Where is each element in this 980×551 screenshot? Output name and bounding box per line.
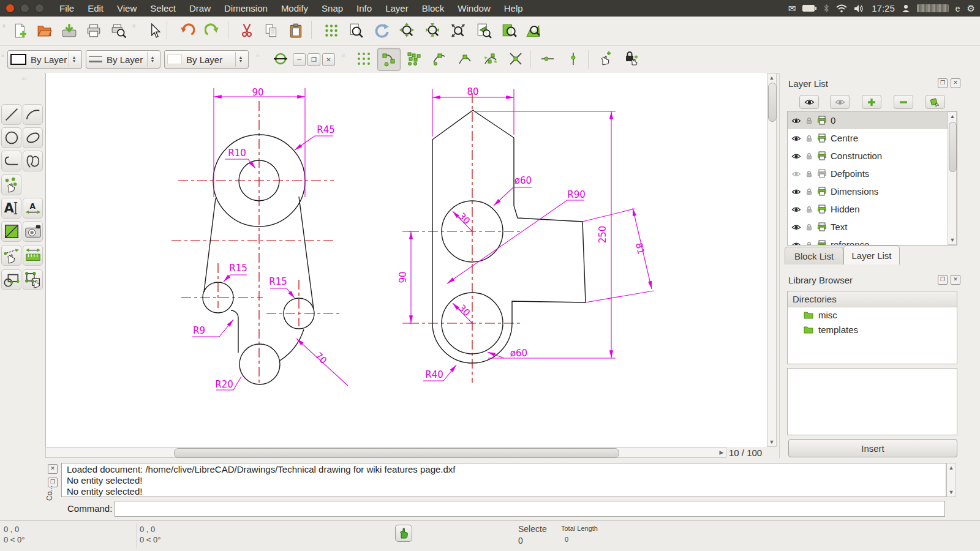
color-select[interactable]: By Layer ▲▼ xyxy=(7,50,82,69)
circle-tool-button[interactable] xyxy=(1,127,21,148)
printer-icon[interactable] xyxy=(817,116,827,125)
line-tool-button[interactable] xyxy=(1,104,21,125)
library-items-box[interactable] xyxy=(787,368,957,435)
scroll-thumb[interactable] xyxy=(949,122,957,172)
layer-list-scrollbar[interactable]: ▲ ▼ xyxy=(948,111,957,245)
window-close-button[interactable] xyxy=(6,4,15,13)
canvas-hscrollbar[interactable]: ▶ xyxy=(45,447,726,458)
envelope-icon[interactable]: ✉ xyxy=(788,3,796,14)
snap-hand-button[interactable] xyxy=(395,525,412,542)
layer-row[interactable]: Centre xyxy=(788,129,957,147)
layer-row[interactable]: Construction xyxy=(788,147,957,165)
vscroll-down-arrow[interactable]: ▼ xyxy=(767,438,776,446)
snap-middle-button[interactable] xyxy=(454,48,476,70)
select-pointer-button[interactable] xyxy=(142,19,165,42)
menu-block[interactable]: Block xyxy=(415,0,451,17)
zoom-out-button[interactable] xyxy=(421,19,444,42)
command-dock-close-button[interactable]: ✕ xyxy=(48,464,58,474)
toolbar-grip[interactable]: ⁞⁞ xyxy=(2,25,7,36)
layer-row[interactable]: Hidden xyxy=(788,200,957,218)
canvas-vscrollbar[interactable]: ▲ ▼ xyxy=(767,73,777,447)
circle-line-button[interactable] xyxy=(270,48,292,70)
hatch-tool-button[interactable] xyxy=(1,221,21,242)
directory-item-misc[interactable]: misc xyxy=(788,307,957,322)
new-document-button[interactable] xyxy=(9,19,32,42)
clock-label[interactable]: 17:25 xyxy=(872,3,895,13)
battery-icon[interactable] xyxy=(802,5,816,12)
dimension-tool-button[interactable]: A xyxy=(23,198,43,219)
snap-center-button[interactable] xyxy=(429,48,451,70)
snap-grid-button[interactable] xyxy=(353,48,375,70)
zoom-page-button[interactable] xyxy=(344,19,368,42)
menu-dimension[interactable]: Dimension xyxy=(217,0,274,17)
show-all-layers-button[interactable] xyxy=(799,95,819,109)
menu-modify[interactable]: Modify xyxy=(274,0,315,17)
arc-tool-button[interactable] xyxy=(23,104,43,125)
select-tool-button[interactable] xyxy=(23,269,43,290)
layer-panel-float-button[interactable]: ❐ xyxy=(938,78,948,88)
toolbar-grip[interactable]: ⁞⁞ xyxy=(1,54,6,65)
modify-tool-button[interactable] xyxy=(1,269,21,290)
command-history[interactable]: Loaded document: /home/clive/LibreCAD/Dr… xyxy=(61,463,946,497)
eye-off-icon[interactable] xyxy=(791,170,801,178)
lock-icon[interactable] xyxy=(805,152,813,160)
vscroll-thumb[interactable] xyxy=(768,83,777,122)
layer-row[interactable]: 0 xyxy=(788,111,957,129)
save-button[interactable] xyxy=(58,19,81,42)
measure-tool-button[interactable] xyxy=(23,245,43,266)
eye-icon[interactable] xyxy=(791,187,801,196)
hscroll-thumb[interactable] xyxy=(174,448,619,458)
points-tool-button[interactable] xyxy=(1,174,21,195)
directories-header[interactable]: Directories xyxy=(788,291,957,307)
menu-help[interactable]: Help xyxy=(497,0,530,17)
zoom-window-button[interactable] xyxy=(497,19,521,42)
layer-row[interactable]: reference xyxy=(788,236,957,246)
zoom-auto-button[interactable] xyxy=(447,19,470,42)
eye-icon[interactable] xyxy=(791,241,801,246)
tab-layer-list[interactable]: Layer List xyxy=(843,246,900,264)
spline-tool-button[interactable] xyxy=(23,151,43,171)
hscroll-right-arrow[interactable]: ▶ xyxy=(717,448,726,457)
printer-icon[interactable] xyxy=(817,204,827,214)
toolbar-grip[interactable]: ⁞⁞ xyxy=(256,54,261,65)
directory-item-templates[interactable]: templates xyxy=(788,322,957,337)
layer-row[interactable]: Text xyxy=(788,218,957,236)
menu-edit[interactable]: Edit xyxy=(81,0,110,17)
redo-button[interactable] xyxy=(201,19,224,42)
scroll-down-arrow[interactable]: ▼ xyxy=(947,488,956,497)
lock-icon[interactable] xyxy=(805,241,813,246)
printer-off-icon[interactable] xyxy=(817,169,827,178)
insert-button[interactable]: Insert xyxy=(788,439,957,457)
redraw-button[interactable] xyxy=(370,19,393,42)
gear-icon[interactable]: ⚙ xyxy=(967,3,975,14)
set-relative-zero-button[interactable] xyxy=(594,48,616,70)
printer-icon[interactable] xyxy=(817,240,827,246)
printer-icon[interactable] xyxy=(817,151,827,160)
lock-icon[interactable] xyxy=(805,187,813,196)
mdi-close-button[interactable]: ✕ xyxy=(322,53,335,66)
menu-view[interactable]: View xyxy=(110,0,143,17)
command-scrollbar[interactable]: ▲ ▼ xyxy=(946,463,956,497)
user-icon[interactable] xyxy=(902,4,910,13)
menu-info[interactable]: Info xyxy=(350,0,379,17)
tab-block-list[interactable]: Block List xyxy=(785,247,843,264)
print-button[interactable] xyxy=(82,19,105,42)
cut-button[interactable] xyxy=(235,19,258,42)
zoom-in-button[interactable] xyxy=(395,19,418,42)
volume-icon[interactable] xyxy=(854,4,865,13)
scroll-up-arrow[interactable]: ▲ xyxy=(947,463,956,472)
toolbar-grip[interactable]: ⁞⁞ xyxy=(342,54,347,65)
menu-layer[interactable]: Layer xyxy=(379,0,415,17)
toolbar-grip[interactable]: ⁞⁞ xyxy=(14,77,25,82)
print-preview-button[interactable] xyxy=(107,19,130,42)
toolbar-grip[interactable]: ⁞⁞ xyxy=(132,25,137,36)
text-tool-button[interactable]: A xyxy=(1,198,21,219)
restrict-vertical-button[interactable] xyxy=(562,48,584,70)
open-file-button[interactable] xyxy=(33,19,56,42)
polyline-tool-button[interactable] xyxy=(1,151,21,171)
mdi-minimize-button[interactable]: ─ xyxy=(293,53,306,66)
menu-file[interactable]: File xyxy=(53,0,81,17)
eye-icon[interactable] xyxy=(791,205,801,214)
copy-button[interactable] xyxy=(260,19,283,42)
window-minimize-button[interactable] xyxy=(20,4,29,13)
